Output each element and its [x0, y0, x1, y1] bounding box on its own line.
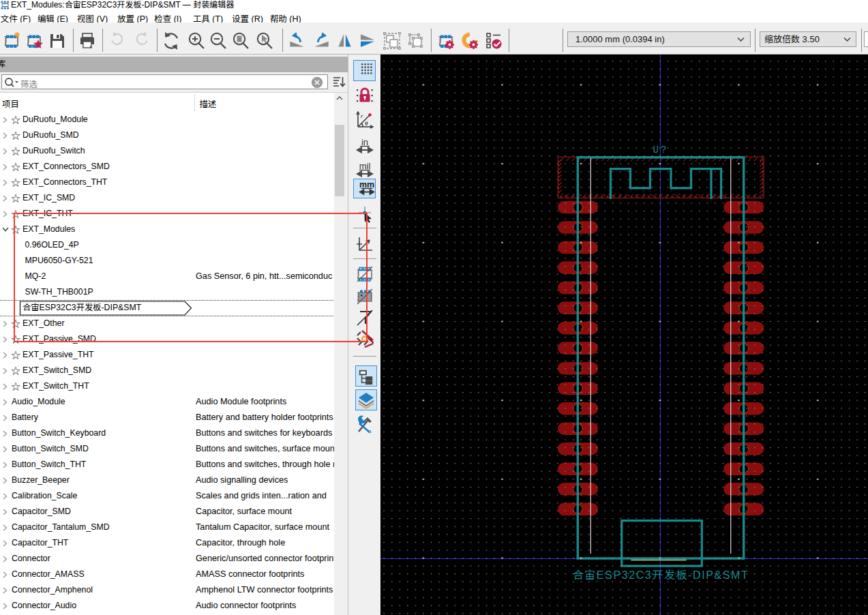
- svg-text:r: r: [361, 112, 363, 119]
- svg-text:θ: θ: [365, 120, 368, 127]
- svg-text:mil: mil: [359, 161, 371, 171]
- svg-text:in: in: [361, 137, 368, 147]
